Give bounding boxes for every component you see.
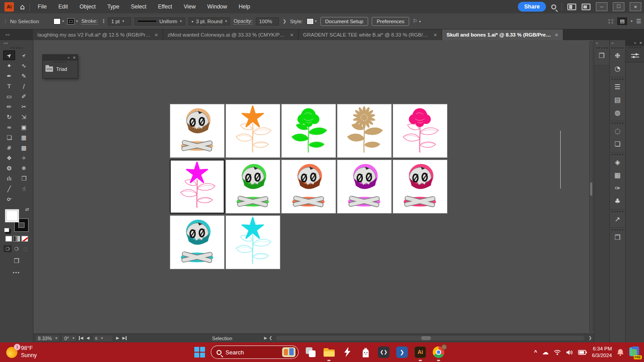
symbols-panel-icon[interactable]: ♣ bbox=[610, 195, 625, 208]
color-panel-icon[interactable]: ❉ bbox=[610, 49, 625, 62]
next-artboard-button[interactable]: ▶ bbox=[116, 336, 119, 340]
arrange-documents-icon[interactable] bbox=[567, 4, 576, 10]
zoom-tool[interactable]: ☌ bbox=[3, 194, 15, 204]
lasso-tool[interactable]: ∿ bbox=[18, 61, 30, 70]
dock-grip[interactable] bbox=[596, 46, 608, 49]
toolbar-grip[interactable] bbox=[11, 46, 23, 49]
layers-panel-icon[interactable]: ◈ bbox=[610, 156, 625, 169]
copilot-icon[interactable]: PRE bbox=[629, 346, 640, 358]
gradient-panel-icon[interactable]: ▤ bbox=[610, 94, 625, 107]
taskbar-search[interactable]: Search bbox=[211, 346, 299, 359]
stroke-weight-stepper[interactable]: ▴▾ bbox=[103, 19, 105, 24]
none-mode-button[interactable] bbox=[21, 236, 28, 242]
home-icon[interactable]: ⌂ bbox=[16, 3, 30, 11]
menu-help[interactable]: Help bbox=[239, 4, 250, 10]
artboard-11[interactable] bbox=[170, 215, 225, 269]
rotate-tool[interactable]: ↻ bbox=[3, 112, 15, 122]
artboard-5[interactable] bbox=[393, 104, 447, 158]
minimize-button[interactable]: ─ bbox=[596, 2, 607, 11]
brush-definition-select[interactable]: •3 pt. Round▾ bbox=[189, 17, 230, 25]
artboard-9[interactable] bbox=[337, 160, 392, 214]
maximize-button[interactable]: ☐ bbox=[613, 2, 624, 11]
first-artboard-button[interactable]: ◀ bbox=[79, 336, 83, 340]
artboard-8[interactable] bbox=[281, 160, 336, 214]
artboard-6-selected[interactable] bbox=[170, 160, 225, 214]
onedrive-icon[interactable]: ☁ bbox=[542, 349, 549, 356]
collapse-toolbar-icon[interactable]: «« bbox=[0, 40, 33, 46]
application-frame-icon[interactable] bbox=[582, 4, 591, 10]
3d-and-materials-panel-icon[interactable]: ❒ bbox=[599, 49, 604, 62]
symbol-screener-tool[interactable]: ✵ bbox=[18, 163, 30, 173]
stroke-color-picker[interactable]: ▾ bbox=[67, 18, 78, 25]
dock-grip[interactable] bbox=[610, 122, 625, 125]
collapse-dock-icon[interactable]: « bbox=[610, 40, 625, 46]
perspective-grid-tool[interactable]: ▦ bbox=[18, 132, 30, 142]
task-view-icon[interactable] bbox=[304, 346, 317, 358]
chrome-icon[interactable] bbox=[432, 346, 445, 358]
artboard-1[interactable] bbox=[170, 104, 225, 158]
pen-tool[interactable]: ✒ bbox=[3, 71, 15, 81]
horizontal-scrollbar-thumb[interactable] bbox=[421, 336, 431, 340]
opacity-field[interactable]: 100% bbox=[256, 17, 279, 25]
llama-app-icon[interactable] bbox=[359, 346, 372, 358]
artboard-7[interactable] bbox=[226, 160, 280, 214]
opacity-expand-icon[interactable]: ❯ bbox=[283, 19, 286, 24]
collapse-tabs-icon[interactable]: «« bbox=[2, 29, 33, 40]
volume-icon[interactable] bbox=[566, 350, 573, 355]
status-expand-icon[interactable]: ▶ bbox=[264, 336, 267, 340]
tab-close-icon[interactable]: ✕ bbox=[155, 33, 158, 37]
paintbrush-tool[interactable]: ✐ bbox=[18, 91, 30, 101]
screen-mode-button[interactable]: ❐ bbox=[14, 258, 20, 264]
tray-chevron-icon[interactable]: ^ bbox=[534, 349, 537, 355]
magic-wand-tool[interactable]: ✦ bbox=[3, 61, 15, 70]
collapse-dock-icon[interactable]: « bbox=[594, 40, 609, 46]
preferences-button[interactable]: Preferences bbox=[372, 17, 409, 26]
wifi-icon[interactable] bbox=[554, 350, 561, 355]
graphic-styles-panel-icon[interactable]: ❏ bbox=[610, 138, 625, 151]
document-tab-active[interactable]: Skull and bones 1.ai* @ 8.33 % (RGB/Prev… bbox=[442, 29, 563, 40]
document-tab[interactable]: laughting my ass V2 Full.ai* @ 12.5 % (R… bbox=[33, 29, 163, 40]
stroke-panel-icon[interactable]: ☰ bbox=[610, 81, 625, 94]
shaper-tool[interactable]: ✏ bbox=[3, 102, 15, 111]
workspace-switcher-button[interactable]: ▤ bbox=[617, 17, 627, 25]
stroke-weight-field[interactable]: 1 pt▾ bbox=[108, 17, 131, 25]
canvas[interactable]: » ✕ Triad bbox=[33, 40, 594, 333]
color-guide-panel-icon[interactable]: ◔ bbox=[610, 62, 625, 75]
free-transform-tool[interactable]: ▣ bbox=[18, 122, 30, 132]
hand-tool[interactable]: ☝ bbox=[18, 184, 30, 193]
search-icon[interactable] bbox=[551, 4, 556, 9]
graph-tool[interactable]: ılı bbox=[3, 173, 15, 183]
scale-tool[interactable]: ⇲ bbox=[18, 112, 30, 122]
properties-sliders-icon[interactable] bbox=[626, 49, 644, 62]
panel-expand-icon[interactable]: » bbox=[634, 41, 636, 45]
export-panel-icon[interactable]: ↗ bbox=[610, 213, 625, 226]
panel-expand-icon[interactable]: » bbox=[68, 56, 70, 60]
dock-grip[interactable] bbox=[610, 210, 625, 213]
fill-swatch[interactable] bbox=[53, 18, 61, 25]
document-setup-button[interactable]: Document Setup bbox=[320, 17, 369, 26]
dock-grip[interactable] bbox=[610, 228, 625, 231]
eyedropper-tool[interactable]: ✧ bbox=[18, 153, 30, 163]
gradient-mode-button[interactable] bbox=[13, 236, 20, 242]
style-picker[interactable]: ▾ bbox=[307, 18, 317, 25]
slice-tool[interactable]: ╱ bbox=[3, 184, 15, 193]
close-button[interactable]: ✕ bbox=[630, 2, 641, 11]
dark-brackets-app-icon[interactable]: ❮❯ bbox=[377, 346, 390, 358]
gradient-tool[interactable]: ▩ bbox=[18, 143, 30, 152]
line-segment-tool[interactable]: ∕ bbox=[18, 81, 30, 91]
menu-window[interactable]: Window bbox=[207, 4, 227, 10]
zoom-level-select[interactable]: 8.33%▾ bbox=[35, 335, 60, 342]
align-options-icon[interactable]: ⚐ ▾ bbox=[413, 19, 421, 24]
artboard-12[interactable] bbox=[226, 215, 280, 269]
menu-type[interactable]: Type bbox=[107, 4, 119, 10]
menu-object[interactable]: Object bbox=[80, 4, 96, 10]
appearance-panel-icon[interactable]: ◌ bbox=[610, 125, 625, 138]
fill-color-box[interactable] bbox=[5, 209, 19, 222]
workspace-chevron-icon[interactable]: ▾ bbox=[631, 20, 632, 23]
illustrator-icon[interactable]: Ai bbox=[414, 346, 427, 358]
panel-close-icon[interactable]: ✕ bbox=[73, 56, 76, 60]
panel-grip[interactable] bbox=[43, 61, 78, 64]
selection-tool[interactable]: ➤ bbox=[3, 50, 15, 60]
dock-grip[interactable] bbox=[610, 78, 625, 81]
direct-selection-tool[interactable]: ➣ bbox=[18, 50, 30, 60]
